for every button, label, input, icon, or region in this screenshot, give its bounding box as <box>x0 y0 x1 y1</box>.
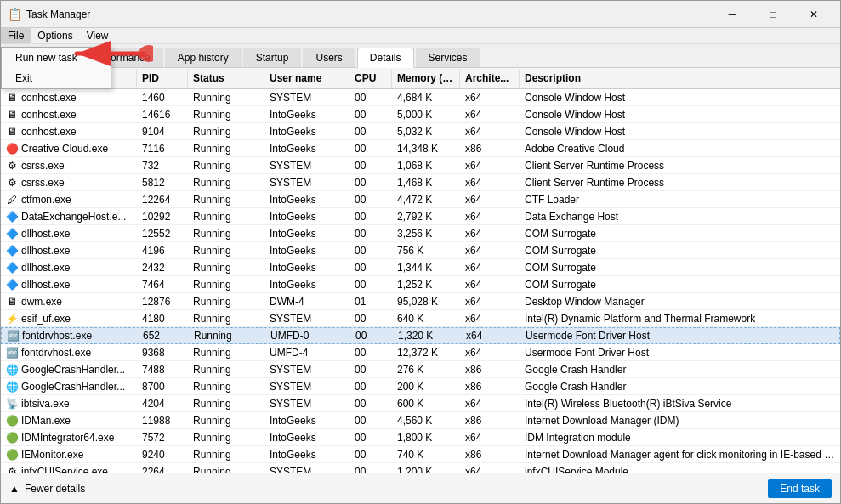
cell-memory: 1,320 K <box>393 328 461 343</box>
cell-desc: Google Crash Handler <box>520 379 840 394</box>
table-row[interactable]: 🔷DataExchangeHost.e...10292RunningIntoGe… <box>1 208 840 225</box>
end-task-button[interactable]: End task <box>768 479 832 498</box>
cell-arch: x64 <box>460 311 520 326</box>
cell-memory: 12,372 K <box>392 345 460 360</box>
col-cpu[interactable]: CPU <box>349 70 392 87</box>
table-row[interactable]: ⚙csrss.exe732RunningSYSTEM001,068 Kx64Cl… <box>1 157 840 174</box>
task-manager-window: 📋 Task Manager ─ □ ✕ File Run new task E… <box>0 0 841 504</box>
cell-name: 🖥dwm.exe <box>1 294 137 309</box>
process-table-body[interactable]: 🖥conhost.exe1460RunningSYSTEM004,684 Kx6… <box>1 89 840 473</box>
minimize-button[interactable]: ─ <box>713 3 752 26</box>
cell-desc: Client Server Runtime Process <box>520 175 840 190</box>
table-row[interactable]: 🌐GoogleCrashHandler...8700RunningSYSTEM0… <box>1 378 840 395</box>
col-username[interactable]: User name <box>264 70 349 87</box>
table-row[interactable]: 🔤fontdrvhost.exe9368RunningUMFD-40012,37… <box>1 344 840 361</box>
table-row[interactable]: 🟢IDMan.exe11988RunningIntoGeeks004,560 K… <box>1 412 840 429</box>
table-row[interactable]: ⚡esif_uf.exe4180RunningSYSTEM00640 Kx64I… <box>1 310 840 327</box>
cell-username: SYSTEM <box>264 158 349 173</box>
process-icon: 🟢 <box>6 432 18 444</box>
footer: ▲ Fewer details End task <box>1 473 840 503</box>
cell-memory: 95,028 K <box>392 294 460 309</box>
cell-username: IntoGeeks <box>264 260 349 275</box>
cell-status: Running <box>188 294 264 309</box>
cell-memory: 4,560 K <box>392 413 460 428</box>
close-button[interactable]: ✕ <box>794 3 833 26</box>
table-row[interactable]: 📡ibtsiva.exe4204RunningSYSTEM00600 Kx64I… <box>1 395 840 412</box>
maximize-button[interactable]: □ <box>753 3 793 26</box>
col-status[interactable]: Status <box>188 70 264 87</box>
process-icon: 🔤 <box>7 330 19 342</box>
cell-cpu: 00 <box>349 107 392 122</box>
table-row[interactable]: 🔷dllhost.exe2432RunningIntoGeeks001,344 … <box>1 259 840 276</box>
file-menu-label[interactable]: File <box>1 28 31 43</box>
chevron-up-icon: ▲ <box>9 483 20 495</box>
cell-arch: x64 <box>461 328 520 343</box>
tab-startup[interactable]: Startup <box>243 48 302 67</box>
cell-status: Running <box>188 379 264 394</box>
cell-pid: 7572 <box>137 430 188 445</box>
cell-cpu: 00 <box>349 396 392 411</box>
cell-username: IntoGeeks <box>264 226 349 241</box>
tab-users[interactable]: Users <box>303 48 355 67</box>
col-pid[interactable]: PID <box>137 70 188 87</box>
process-icon: 🖥 <box>6 126 18 138</box>
cell-pid: 4196 <box>137 243 188 258</box>
cell-username: IntoGeeks <box>264 277 349 292</box>
cell-desc: Console Window Host <box>520 124 840 139</box>
cell-memory: 756 K <box>392 243 460 258</box>
table-row[interactable]: 🔷dllhost.exe7464RunningIntoGeeks001,252 … <box>1 276 840 293</box>
table-row[interactable]: 🖊ctfmon.exe12264RunningIntoGeeks004,472 … <box>1 191 840 208</box>
options-menu-label[interactable]: Options <box>31 28 79 43</box>
tab-details[interactable]: Details <box>357 48 414 68</box>
cell-cpu: 00 <box>349 243 392 258</box>
process-icon: ⚙ <box>6 466 18 473</box>
view-menu-label[interactable]: View <box>80 28 116 43</box>
cell-username: IntoGeeks <box>264 447 349 462</box>
cell-memory: 740 K <box>392 447 460 462</box>
process-icon: 🌐 <box>6 381 18 393</box>
cell-cpu: 00 <box>349 124 392 139</box>
cell-desc: COM Surrogate <box>520 243 840 258</box>
table-row[interactable]: ⚙infxCUIService.exe2264RunningSYSTEM001,… <box>1 463 840 473</box>
tabs-bar: Processes Performance App history Startu… <box>1 44 840 68</box>
cell-desc: Adobe Creative Cloud <box>520 141 840 156</box>
exit-item[interactable]: Exit <box>2 68 111 88</box>
col-desc[interactable]: Description <box>520 70 828 87</box>
table-row[interactable]: 🖥conhost.exe9104RunningIntoGeeks005,032 … <box>1 123 840 140</box>
table-row[interactable]: 🟢IDMIntegrator64.exe7572RunningIntoGeeks… <box>1 429 840 446</box>
run-new-task-item[interactable]: Run new task <box>2 48 111 68</box>
tab-services[interactable]: Services <box>416 48 480 67</box>
cell-username: IntoGeeks <box>264 124 349 139</box>
table-row[interactable]: 🔷dllhost.exe4196RunningIntoGeeks00756 Kx… <box>1 242 840 259</box>
cell-username: SYSTEM <box>264 90 349 105</box>
table-row[interactable]: 🌐GoogleCrashHandler...7488RunningSYSTEM0… <box>1 361 840 378</box>
table-row[interactable]: 🖥dwm.exe12876RunningDWM-40195,028 Kx64De… <box>1 293 840 310</box>
table-row[interactable]: 🖥conhost.exe1460RunningSYSTEM004,684 Kx6… <box>1 89 840 106</box>
file-menu[interactable]: File Run new task Exit <box>1 28 31 43</box>
cell-arch: x64 <box>460 345 520 360</box>
table-row[interactable]: 🖥conhost.exe14616RunningIntoGeeks005,000… <box>1 106 840 123</box>
fewer-details-button[interactable]: ▲ Fewer details <box>9 483 85 495</box>
cell-pid: 5812 <box>137 175 188 190</box>
cell-memory: 2,792 K <box>392 209 460 224</box>
table-row[interactable]: 🔴Creative Cloud.exe7116RunningIntoGeeks0… <box>1 140 840 157</box>
cell-arch: x64 <box>460 175 520 190</box>
cell-desc: infxCUIService Module <box>520 464 840 473</box>
cell-desc: Internet Download Manager (IDM) <box>520 413 840 428</box>
cell-arch: x64 <box>460 430 520 445</box>
cell-pid: 7116 <box>137 141 188 156</box>
table-row[interactable]: 🔤fontdrvhost.exe652RunningUMFD-0001,320 … <box>1 327 840 344</box>
col-memory[interactable]: Memory (a... <box>392 70 460 87</box>
cell-status: Running <box>189 328 265 343</box>
process-icon: 🖊 <box>6 194 18 206</box>
tab-app-history[interactable]: App history <box>165 48 242 67</box>
table-row[interactable]: 🔷dllhost.exe12552RunningIntoGeeks003,256… <box>1 225 840 242</box>
cell-memory: 1,468 K <box>392 175 460 190</box>
cell-pid: 4180 <box>137 311 188 326</box>
cell-status: Running <box>188 396 264 411</box>
table-row[interactable]: ⚙csrss.exe5812RunningSYSTEM001,468 Kx64C… <box>1 174 840 191</box>
cell-arch: x64 <box>460 107 520 122</box>
table-row[interactable]: 🟢IEMonitor.exe9240RunningIntoGeeks00740 … <box>1 446 840 463</box>
process-icon: 📡 <box>6 398 18 410</box>
col-arch[interactable]: Archite... <box>460 70 520 87</box>
